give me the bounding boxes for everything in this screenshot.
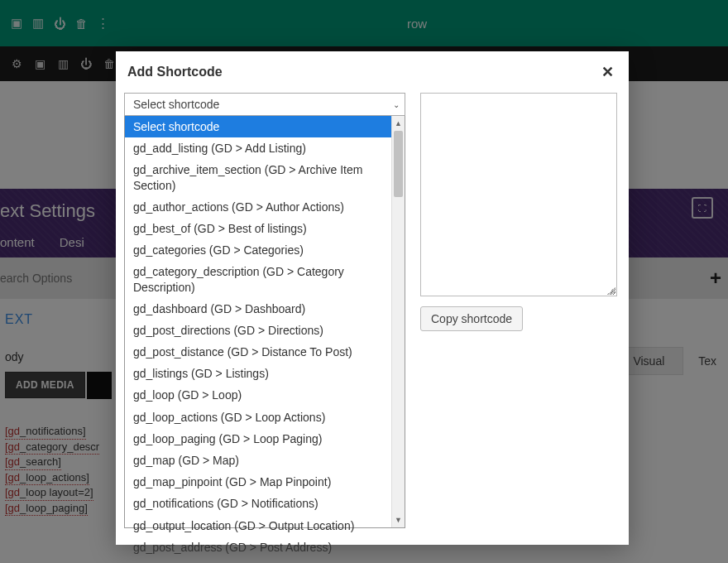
dropdown-option[interactable]: gd_category_description (GD > Category D… (125, 261, 405, 297)
dropdown-option[interactable]: gd_output_location (GD > Output Location… (125, 515, 405, 537)
scrollbar[interactable]: ▲ ▼ (391, 116, 405, 527)
scroll-down-icon[interactable]: ▼ (392, 512, 405, 527)
close-icon[interactable]: ✕ (601, 63, 614, 81)
shortcode-select[interactable]: Select shortcode ⌄ (124, 93, 405, 116)
dropdown-option[interactable]: gd_archive_item_section (GD > Archive It… (125, 159, 405, 195)
dropdown-option[interactable]: gd_post_distance (GD > Distance To Post) (125, 341, 405, 363)
dropdown-option[interactable]: gd_categories (GD > Categories) (125, 239, 405, 261)
add-shortcode-modal: Add Shortcode ✕ Select shortcode ⌄ Selec… (116, 51, 629, 545)
copy-shortcode-button[interactable]: Copy shortcode (420, 306, 523, 331)
dropdown-option[interactable]: gd_loop_actions (GD > Loop Actions) (125, 407, 405, 428)
shortcode-dropdown: Select shortcodegd_add_listing (GD > Add… (124, 116, 405, 528)
dropdown-option[interactable]: gd_notifications (GD > Notifications) (125, 493, 405, 514)
dropdown-option[interactable]: gd_map (GD > Map) (125, 450, 405, 471)
modal-title: Add Shortcode (127, 65, 223, 79)
dropdown-option[interactable]: gd_loop_paging (GD > Loop Paging) (125, 428, 405, 450)
dropdown-option[interactable]: gd_post_badge (GD > Post Badge) (125, 558, 405, 563)
chevron-down-icon: ⌄ (393, 100, 400, 109)
select-placeholder: Select shortcode (133, 98, 219, 111)
dropdown-option[interactable]: gd_post_address (GD > Post Address) (125, 537, 405, 558)
scroll-thumb[interactable] (394, 131, 403, 197)
dropdown-option[interactable]: gd_map_pinpoint (GD > Map Pinpoint) (125, 471, 405, 493)
scroll-up-icon[interactable]: ▲ (392, 116, 405, 131)
dropdown-option[interactable]: gd_add_listing (GD > Add Listing) (125, 137, 405, 159)
dropdown-option[interactable]: gd_loop (GD > Loop) (125, 384, 405, 406)
dropdown-option[interactable]: gd_author_actions (GD > Author Actions) (125, 196, 405, 218)
shortcode-preview[interactable] (420, 93, 617, 296)
dropdown-option[interactable]: gd_post_directions (GD > Directions) (125, 320, 405, 341)
dropdown-option[interactable]: gd_listings (GD > Listings) (125, 363, 405, 384)
dropdown-option[interactable]: gd_best_of (GD > Best of listings) (125, 218, 405, 239)
dropdown-option[interactable]: gd_dashboard (GD > Dashboard) (125, 298, 405, 320)
dropdown-option[interactable]: Select shortcode (125, 116, 405, 137)
